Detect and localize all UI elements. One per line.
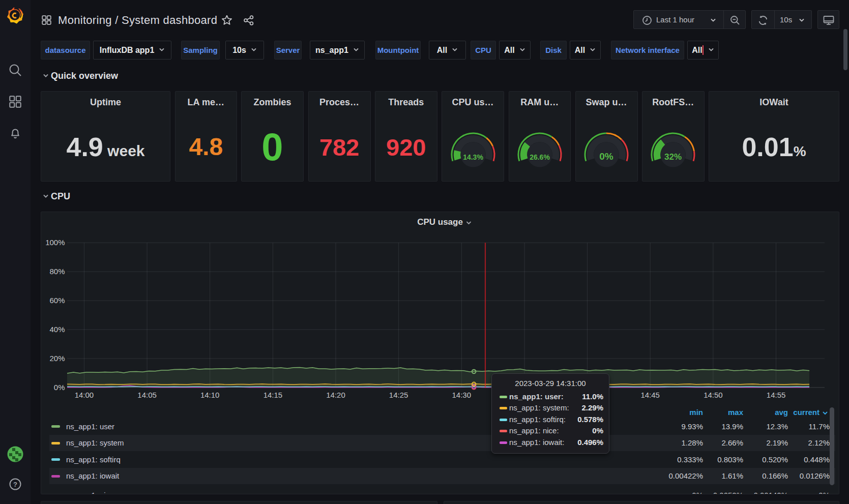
svg-text:14:00: 14:00 bbox=[75, 391, 94, 399]
svg-text:14:30: 14:30 bbox=[452, 391, 472, 399]
svg-text:14:05: 14:05 bbox=[137, 391, 157, 399]
svg-text:0%: 0% bbox=[599, 151, 613, 162]
svg-text:14:45: 14:45 bbox=[640, 391, 660, 399]
svg-text:14:55: 14:55 bbox=[767, 391, 786, 399]
svg-text:60%: 60% bbox=[49, 296, 65, 305]
svg-text:14:10: 14:10 bbox=[200, 391, 220, 399]
svg-text:40%: 40% bbox=[49, 325, 65, 334]
svg-text:0%: 0% bbox=[54, 383, 65, 392]
svg-text:?: ? bbox=[13, 481, 17, 488]
svg-text:14:25: 14:25 bbox=[389, 391, 408, 399]
svg-text:80%: 80% bbox=[49, 267, 65, 276]
svg-text:20%: 20% bbox=[49, 354, 65, 363]
svg-text:32%: 32% bbox=[664, 152, 682, 162]
svg-text:14:20: 14:20 bbox=[326, 391, 345, 399]
svg-text:14.3%: 14.3% bbox=[463, 153, 483, 161]
svg-text:100%: 100% bbox=[45, 238, 65, 247]
svg-text:14:50: 14:50 bbox=[704, 391, 723, 399]
svg-text:14:15: 14:15 bbox=[264, 391, 283, 399]
svg-text:26.6%: 26.6% bbox=[530, 153, 550, 161]
